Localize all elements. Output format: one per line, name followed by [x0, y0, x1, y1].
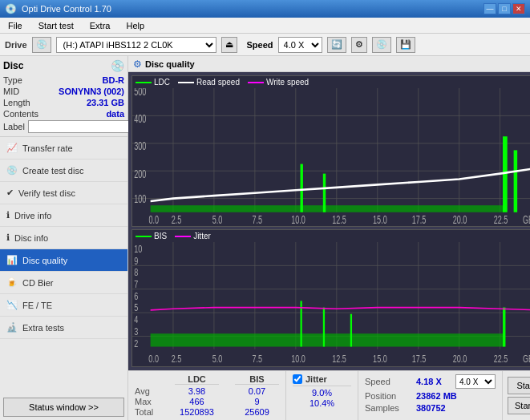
- disc-type-label: Type: [3, 75, 22, 85]
- minimize-button[interactable]: —: [483, 3, 496, 14]
- svg-text:400: 400: [134, 112, 146, 124]
- sidebar: Disc 💿 Type BD-R MID SONYNN3 (002) Lengt…: [0, 56, 128, 420]
- menu-file[interactable]: File: [3, 20, 27, 31]
- start-full-button[interactable]: Start full: [508, 377, 530, 394]
- disc-quality-label: Disc quality: [22, 256, 67, 265]
- svg-text:12.5: 12.5: [332, 213, 346, 225]
- refresh-button[interactable]: 🔄: [327, 37, 346, 53]
- svg-text:5.0: 5.0: [212, 213, 223, 225]
- transfer-rate-label: Transfer rate: [22, 143, 73, 153]
- bis-legend-item: BIS: [136, 232, 167, 240]
- save-button[interactable]: 💾: [396, 37, 415, 53]
- sidebar-item-disc-info[interactable]: ℹ Disc info: [0, 227, 127, 249]
- jitter-max: 10.4%: [293, 398, 351, 408]
- avg-bis: 0.07: [235, 386, 279, 396]
- eject-button[interactable]: ⏏: [221, 37, 237, 53]
- svg-text:4: 4: [134, 314, 138, 325]
- disc-length-row: Length 23.31 GB: [3, 98, 124, 107]
- svg-text:15.0: 15.0: [373, 213, 387, 225]
- chart2-legend: BIS Jitter: [132, 230, 530, 242]
- disc-button[interactable]: 💿: [372, 37, 391, 53]
- sidebar-item-extra-tests[interactable]: 🔬 Extra tests: [0, 317, 127, 339]
- cd-bier-icon: 🍺: [6, 277, 18, 288]
- sidebar-item-create-test-disc[interactable]: 💿 Create test disc: [0, 160, 127, 182]
- app-icon: 💿: [5, 3, 17, 14]
- max-ldc: 466: [175, 397, 219, 406]
- speed-stat-select[interactable]: 4.0 X: [455, 374, 496, 389]
- ldc-bis-headers: LDC BIS: [135, 374, 279, 385]
- status-window-button[interactable]: Status window >>: [3, 398, 124, 417]
- create-test-disc-label: Create test disc: [22, 166, 83, 176]
- bis-col-header: BIS: [235, 374, 279, 385]
- svg-text:10.0: 10.0: [291, 353, 305, 364]
- svg-rect-30: [503, 136, 508, 212]
- svg-text:12.5: 12.5: [332, 353, 346, 364]
- speed-label: Speed: [247, 40, 273, 50]
- disc-panel-title: Disc: [3, 60, 23, 71]
- svg-text:2: 2: [134, 337, 138, 349]
- svg-rect-29: [323, 174, 326, 212]
- drive-label: Drive: [5, 40, 27, 50]
- svg-text:GB: GB: [523, 353, 530, 364]
- nav-items: 📈 Transfer rate 💿 Create test disc ✔ Ver…: [0, 137, 127, 394]
- sidebar-item-transfer-rate[interactable]: 📈 Transfer rate: [0, 137, 127, 160]
- sidebar-item-drive-info[interactable]: ℹ Drive info: [0, 204, 127, 227]
- samples-row: Samples 380752: [365, 403, 496, 413]
- disc-length-value: 23.31 GB: [87, 98, 124, 107]
- disc-quality-header-icon: ⚙: [133, 59, 142, 70]
- samples-value: 380752: [416, 403, 446, 413]
- sidebar-item-cd-bier[interactable]: 🍺 CD Bier: [0, 272, 127, 294]
- close-button[interactable]: ✕: [512, 3, 525, 14]
- avg-label: Avg: [135, 386, 159, 396]
- bottom-stats: LDC BIS Avg 3.98 0.07 Max 466 9 Total 15…: [128, 370, 530, 420]
- stats-max-row: Max 466 9: [135, 397, 279, 406]
- svg-text:17.5: 17.5: [412, 213, 427, 225]
- settings-button[interactable]: ⚙: [351, 37, 367, 53]
- write-speed-legend-label: Write speed: [266, 78, 309, 87]
- svg-text:500: 500: [134, 88, 146, 97]
- disc-info-icon: ℹ: [6, 232, 10, 243]
- jitter-legend-label: Jitter: [193, 232, 211, 240]
- sidebar-item-disc-quality[interactable]: 📊 Disc quality: [0, 249, 127, 272]
- disc-label-label: Label: [3, 122, 25, 131]
- samples-label: Samples: [365, 403, 413, 413]
- menu-bar: File Start test Extra Help: [0, 18, 530, 34]
- jitter-checkbox[interactable]: [293, 374, 302, 384]
- chart1-area: 500 400 300 200 100 18X 16X 14X 12X 10X …: [132, 88, 530, 226]
- chart1-legend: LDC Read speed Write speed: [132, 76, 530, 88]
- speed-select[interactable]: 4.0 X: [278, 37, 322, 53]
- bis-chart-container: BIS Jitter: [131, 229, 530, 367]
- start-part-button[interactable]: Start part: [508, 397, 530, 414]
- svg-rect-27: [151, 205, 505, 212]
- svg-text:200: 200: [134, 168, 146, 180]
- read-speed-legend-item: Read speed: [178, 78, 240, 87]
- title-bar-left: 💿 Opti Drive Control 1.70: [5, 3, 111, 14]
- drive-icon-btn[interactable]: 💿: [32, 37, 51, 53]
- ldc-legend-label: LDC: [154, 78, 170, 87]
- disc-mid-value: SONYNN3 (002): [59, 87, 124, 96]
- sidebar-item-fe-te[interactable]: 📉 FE / TE: [0, 294, 127, 317]
- menu-extra[interactable]: Extra: [85, 20, 115, 31]
- svg-text:15.0: 15.0: [373, 353, 387, 364]
- svg-text:100: 100: [134, 192, 146, 204]
- disc-contents-value: data: [106, 109, 124, 119]
- disc-label-input[interactable]: [28, 120, 135, 133]
- maximize-button[interactable]: □: [498, 3, 511, 14]
- svg-text:22.5: 22.5: [494, 213, 508, 225]
- svg-text:7: 7: [134, 278, 138, 289]
- extra-tests-icon: 🔬: [6, 322, 18, 333]
- create-test-disc-icon: 💿: [6, 165, 18, 176]
- svg-text:22.5: 22.5: [494, 353, 508, 364]
- svg-text:5.0: 5.0: [212, 353, 223, 364]
- menu-help[interactable]: Help: [121, 20, 149, 31]
- ldc-bis-stats: LDC BIS Avg 3.98 0.07 Max 466 9 Total 15…: [128, 371, 286, 420]
- sidebar-item-verify-test-disc[interactable]: ✔ Verify test disc: [0, 182, 127, 204]
- svg-rect-75: [503, 308, 505, 347]
- charts-area: LDC Read speed Write speed: [128, 72, 530, 370]
- disc-panel-header: Disc 💿: [3, 59, 124, 72]
- menu-start-test[interactable]: Start test: [34, 20, 79, 31]
- disc-quality-header: ⚙ Disc quality: [128, 56, 530, 72]
- verify-test-disc-label: Verify test disc: [18, 188, 75, 198]
- disc-length-label: Length: [3, 98, 30, 107]
- drive-select[interactable]: (H:) ATAPI iHBS112 2 CL0K: [56, 37, 216, 53]
